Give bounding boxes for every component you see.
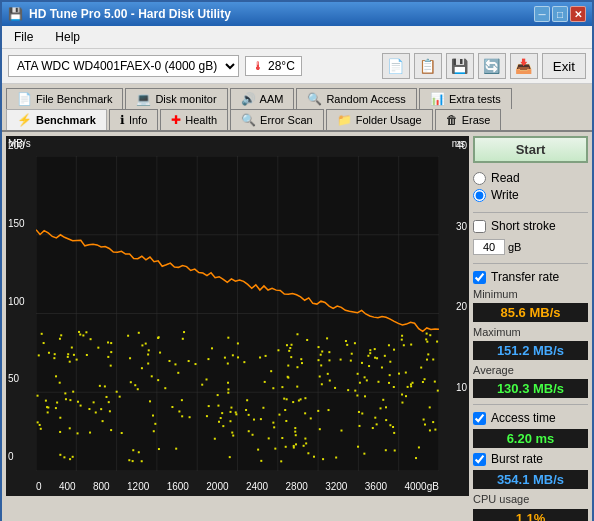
transfer-rate-label[interactable]: Transfer rate (473, 270, 588, 284)
x-label-2000: 2000 (206, 481, 228, 492)
maximum-value: 151.2 MB/s (473, 341, 588, 360)
tab-erase-label: Erase (462, 114, 491, 126)
maximum-stat: Maximum 151.2 MB/s (473, 326, 588, 360)
burst-rate-checkbox[interactable] (473, 453, 486, 466)
write-label: Write (491, 188, 519, 202)
x-label-3600: 3600 (365, 481, 387, 492)
error-scan-icon: 🔍 (241, 113, 256, 127)
write-radio-label[interactable]: Write (473, 188, 588, 202)
chart-area: MB/s ms 200 150 100 50 0 40 30 20 10 0 (6, 136, 469, 496)
transfer-rate-text: Transfer rate (491, 270, 559, 284)
read-write-group: Read Write (473, 167, 588, 206)
menu-bar: File Help (2, 26, 592, 49)
drive-select[interactable]: ATA WDC WD4001FAEX-0 (4000 gB) (8, 55, 239, 77)
y-label-50: 50 (8, 373, 25, 384)
temperature-value: 28°C (268, 59, 295, 73)
file-benchmark-icon: 📄 (17, 92, 32, 106)
tab-info-label: Info (129, 114, 147, 126)
erase-icon: 🗑 (446, 113, 458, 127)
read-radio-label[interactable]: Read (473, 171, 588, 185)
tab-error-scan[interactable]: 🔍 Error Scan (230, 109, 324, 130)
toolbar-btn-1[interactable]: 📄 (382, 53, 410, 79)
tab-erase[interactable]: 🗑 Erase (435, 109, 502, 130)
folder-usage-icon: 📁 (337, 113, 352, 127)
x-label-3200: 3200 (325, 481, 347, 492)
average-label: Average (473, 364, 588, 376)
minimum-value: 85.6 MB/s (473, 303, 588, 322)
tab-folder-usage[interactable]: 📁 Folder Usage (326, 109, 433, 130)
tab-benchmark[interactable]: ⚡ Benchmark (6, 109, 107, 130)
y-label-r-40: 40 (456, 140, 467, 151)
y-label-r-30: 30 (456, 221, 467, 232)
toolbar-btn-4[interactable]: 🔄 (478, 53, 506, 79)
tab-aam[interactable]: 🔊 AAM (230, 88, 295, 109)
tab-disk-monitor-label: Disk monitor (155, 93, 216, 105)
read-radio[interactable] (473, 172, 486, 185)
tab-disk-monitor[interactable]: 💻 Disk monitor (125, 88, 227, 109)
y-label-0: 0 (8, 451, 25, 462)
toolbar-btn-5[interactable]: 📥 (510, 53, 538, 79)
x-label-1600: 1600 (167, 481, 189, 492)
tab-folder-usage-label: Folder Usage (356, 114, 422, 126)
tab-benchmark-label: Benchmark (36, 114, 96, 126)
start-button[interactable]: Start (473, 136, 588, 163)
exit-button[interactable]: Exit (542, 53, 586, 79)
temperature-display: 🌡 28°C (245, 56, 302, 76)
maximize-button[interactable]: □ (552, 6, 568, 22)
y-label-100: 100 (8, 296, 25, 307)
app-icon: 💾 (8, 7, 23, 21)
burst-rate-checkbox-label[interactable]: Burst rate (473, 452, 588, 466)
tab-health-label: Health (185, 114, 217, 126)
random-access-icon: 🔍 (307, 92, 322, 106)
aam-icon: 🔊 (241, 92, 256, 106)
burst-rate-value: 354.1 MB/s (473, 470, 588, 489)
x-label-1200: 1200 (127, 481, 149, 492)
x-label-0: 0 (36, 481, 42, 492)
short-stroke-checkbox[interactable] (473, 220, 486, 233)
y-label-r-10: 10 (456, 382, 467, 393)
tabs-row2: ⚡ Benchmark ℹ Info ✚ Health 🔍 Error Scan… (2, 109, 592, 132)
close-button[interactable]: ✕ (570, 6, 586, 22)
transfer-rate-checkbox[interactable] (473, 271, 486, 284)
y-labels-left: 200 150 100 50 0 (8, 136, 25, 466)
maximum-label: Maximum (473, 326, 588, 338)
benchmark-icon: ⚡ (17, 113, 32, 127)
short-stroke-label[interactable]: Short stroke (473, 219, 588, 233)
tab-random-access-label: Random Access (326, 93, 405, 105)
access-time-checkbox-label[interactable]: Access time (473, 411, 588, 425)
burst-rate-text: Burst rate (491, 452, 543, 466)
tab-info[interactable]: ℹ Info (109, 109, 158, 130)
minimum-label: Minimum (473, 288, 588, 300)
y-label-200: 200 (8, 140, 25, 151)
short-stroke-text: Short stroke (491, 219, 556, 233)
tab-file-benchmark[interactable]: 📄 File Benchmark (6, 88, 123, 109)
y-label-150: 150 (8, 218, 25, 229)
menu-help[interactable]: Help (49, 28, 86, 46)
toolbar-btn-3[interactable]: 💾 (446, 53, 474, 79)
tab-health[interactable]: ✚ Health (160, 109, 228, 130)
thermometer-icon: 🌡 (252, 59, 264, 73)
short-stroke-input[interactable] (473, 239, 505, 255)
extra-tests-icon: 📊 (430, 92, 445, 106)
tabs-row1: 📄 File Benchmark 💻 Disk monitor 🔊 AAM 🔍 … (2, 84, 592, 109)
cpu-usage-label: CPU usage (473, 493, 588, 505)
tab-random-access[interactable]: 🔍 Random Access (296, 88, 416, 109)
x-label-400: 400 (59, 481, 76, 492)
menu-file[interactable]: File (8, 28, 39, 46)
cpu-usage-value: 1.1% (473, 509, 588, 521)
tab-error-scan-label: Error Scan (260, 114, 313, 126)
access-time-text: Access time (491, 411, 556, 425)
access-time-value: 6.20 ms (473, 429, 588, 448)
short-stroke-row: gB (473, 237, 588, 257)
average-stat: Average 130.3 MB/s (473, 364, 588, 398)
tab-aam-label: AAM (260, 93, 284, 105)
tab-extra-tests[interactable]: 📊 Extra tests (419, 88, 512, 109)
minimize-button[interactable]: ─ (534, 6, 550, 22)
write-radio[interactable] (473, 189, 486, 202)
chart-canvas (36, 156, 439, 471)
x-label-2400: 2400 (246, 481, 268, 492)
toolbar-btn-2[interactable]: 📋 (414, 53, 442, 79)
x-label-800: 800 (93, 481, 110, 492)
access-time-checkbox[interactable] (473, 412, 486, 425)
short-stroke-unit: gB (508, 241, 521, 253)
